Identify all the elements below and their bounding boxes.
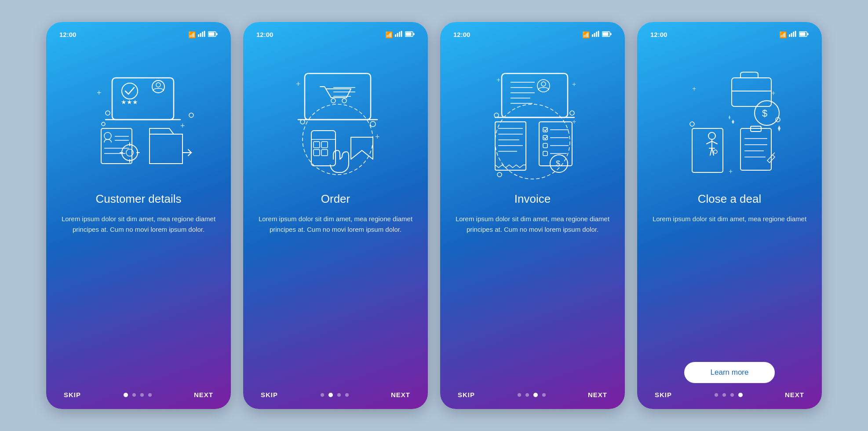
screen-body-1: Lorem ipsum dolor sit dim amet, mea regi… [59,214,218,382]
screen-body-4: Lorem ipsum dolor sit dim amet, mea regi… [653,214,806,353]
svg-rect-55 [596,32,597,37]
learn-more-button[interactable]: Learn more [684,362,775,383]
screen-title-2: Order [321,192,350,206]
dot-3-2 [525,393,529,397]
svg-point-38 [342,99,346,103]
svg-rect-45 [314,142,320,148]
signal-icon-2 [395,31,403,38]
screen-invoice: 12:00 📶 [440,22,625,409]
next-button-4[interactable]: NEXT [785,391,804,398]
svg-point-105 [708,132,715,139]
svg-text:★★★: ★★★ [121,99,138,106]
screen-title-1: Customer details [95,192,181,206]
screen-order: 12:00 📶 [243,22,428,409]
time-3: 12:00 [453,31,470,38]
illustration-invoice: $ + + + [453,43,612,192]
skip-button-2[interactable]: SKIP [261,391,278,398]
wifi-icon-4: 📶 [779,31,787,38]
svg-rect-43 [311,131,336,166]
dot-2-4 [345,393,349,397]
svg-rect-31 [399,32,400,37]
dot-1-3 [140,393,144,397]
battery-icon-3 [602,31,612,38]
svg-point-89 [494,113,499,117]
nav-dots-2 [321,393,349,397]
svg-point-37 [331,99,336,103]
status-bar-2: 12:00 📶 [256,31,415,38]
time-4: 12:00 [650,31,667,38]
illustration-customer: ★★★ [59,43,218,192]
svg-text:+: + [97,88,102,97]
svg-point-118 [690,122,694,126]
svg-point-13 [104,132,111,139]
nav-dots-3 [518,393,546,397]
dot-4-3 [730,393,734,397]
screen-title-4: Close a deal [698,192,762,206]
svg-rect-1 [200,33,201,37]
dot-1-1 [124,393,128,397]
svg-point-62 [541,82,546,86]
skip-button-3[interactable]: SKIP [458,391,475,398]
svg-point-24 [106,111,110,115]
svg-point-8 [122,83,138,99]
svg-rect-5 [209,32,215,36]
status-icons-3: 📶 [582,31,612,38]
nav-bar-3: SKIP NEXT [453,391,612,398]
svg-rect-95 [795,31,796,37]
skip-button-1[interactable]: SKIP [64,391,81,398]
nav-dots-4 [715,393,743,397]
svg-rect-94 [793,32,794,37]
screen-title-3: Invoice [514,192,551,206]
nav-bar-4: SKIP NEXT [650,391,809,398]
svg-rect-30 [397,33,398,37]
battery-icon-2 [405,31,415,38]
svg-rect-92 [789,34,790,37]
svg-rect-47 [314,150,320,156]
skip-button-4[interactable]: SKIP [655,391,672,398]
next-button-2[interactable]: NEXT [391,391,410,398]
screen-customer-details: 12:00 📶 [46,22,231,409]
signal-icon-1 [198,31,206,38]
battery-icon-1 [208,31,218,38]
dot-4-1 [715,393,718,397]
svg-rect-46 [321,142,328,148]
signal-icon-3 [592,31,600,38]
svg-point-104 [714,150,717,153]
svg-rect-58 [603,32,609,36]
svg-text:+: + [296,80,301,88]
svg-rect-3 [204,31,205,37]
svg-text:+: + [692,85,696,92]
wifi-icon-2: 📶 [385,31,393,38]
svg-rect-82 [543,151,547,156]
svg-rect-69 [495,122,526,170]
status-icons-4: 📶 [779,31,809,38]
screen-body-3: Lorem ipsum dolor sit dim amet, mea regi… [453,214,612,382]
svg-rect-32 [401,31,402,37]
next-button-3[interactable]: NEXT [588,391,607,398]
dot-4-2 [722,393,726,397]
wifi-icon-1: 📶 [188,31,196,38]
signal-icon-4 [789,31,797,38]
svg-rect-35 [413,33,415,35]
svg-point-51 [300,120,305,124]
svg-rect-12 [101,128,132,164]
svg-rect-54 [594,33,595,37]
svg-rect-59 [610,33,612,35]
svg-text:+: + [375,132,380,141]
svg-text:+: + [572,118,576,125]
wifi-icon-3: 📶 [582,31,590,38]
status-bar-3: 12:00 📶 [453,31,612,38]
svg-rect-48 [321,150,328,156]
dot-3-1 [518,393,521,397]
illustration-order: + + [256,43,415,192]
dot-1-2 [132,393,136,397]
svg-rect-34 [406,32,412,36]
next-button-1[interactable]: NEXT [194,391,213,398]
svg-rect-99 [732,78,771,106]
svg-point-10 [152,80,164,93]
screens-container: 12:00 📶 [29,4,839,427]
svg-rect-80 [543,143,547,148]
dot-3-3 [533,393,538,397]
svg-rect-97 [800,32,806,36]
svg-text:$: $ [556,159,560,168]
